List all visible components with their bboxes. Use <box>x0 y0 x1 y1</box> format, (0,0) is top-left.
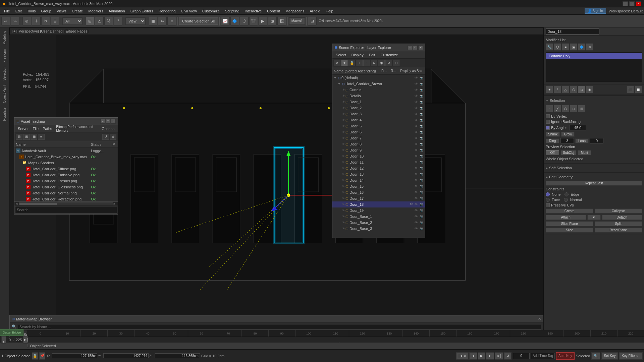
edge-radio[interactable] <box>565 192 569 196</box>
se-row-cam-3[interactable]: 📷 <box>419 94 424 98</box>
none-radio[interactable] <box>546 192 550 196</box>
split-btn[interactable]: Split <box>595 221 642 226</box>
at-restore-btn[interactable]: □ <box>106 119 110 124</box>
se-row-cam-14[interactable]: 📷 <box>419 160 424 165</box>
se-row-cam-5[interactable]: 📷 <box>419 106 424 110</box>
se-row-eye2-6[interactable]: 👁 <box>414 112 418 116</box>
minimize-btn[interactable]: – <box>623 1 628 6</box>
macro1-btn[interactable]: Macro1 <box>289 17 305 25</box>
se-row-7[interactable]: 👁⬡Door_4👁📷 <box>332 117 425 123</box>
soft-selection-label[interactable]: Soft Selection <box>549 166 572 170</box>
at-row-8[interactable]: PHotel_Corridor_Refraction.pngOk <box>14 196 118 201</box>
se-row-eye2-2[interactable]: 👁 <box>414 87 418 92</box>
se-row-eye2-12[interactable]: 👁 <box>414 148 418 153</box>
menu-scripting[interactable]: Scripting <box>222 8 242 14</box>
at-row-7[interactable]: PHotel_Corridor_Normal.pngOk <box>14 190 118 196</box>
se-row-eye2-16[interactable]: 👁 <box>414 172 418 177</box>
se-row-3[interactable]: 👁⬡Details👁📷 <box>332 93 425 99</box>
mod-tool-8[interactable]: 🔲 <box>635 86 642 93</box>
se-row-eye2-1[interactable]: 👁 <box>414 81 418 86</box>
at-menu-server[interactable]: Server <box>16 126 31 131</box>
border-icon[interactable]: ⬡ <box>562 105 569 112</box>
sign-in-button[interactable]: 👤 Sign In <box>585 8 606 14</box>
at-scrollbar-track[interactable] <box>19 202 113 205</box>
mod-icon-4[interactable]: ▣ <box>570 43 577 51</box>
menu-modifiers[interactable]: Modifiers <box>86 8 106 14</box>
prev-key-btn[interactable]: ◄ <box>469 352 477 360</box>
collapse-btn[interactable]: Collapse <box>595 208 642 214</box>
angle-snap-btn[interactable]: ∠ <box>95 17 104 25</box>
menu-views[interactable]: Views <box>54 8 69 14</box>
loop-input[interactable] <box>590 138 603 143</box>
se-row-cam-13[interactable]: 📷 <box>419 154 424 159</box>
at-menu-paths[interactable]: Paths <box>41 126 54 131</box>
se-row-eye2-17[interactable]: 👁 <box>414 178 418 183</box>
sidebar-tab-freeform[interactable]: Freeform <box>2 47 7 65</box>
element-icon[interactable]: ⊞ <box>578 105 585 112</box>
render-setup-btn[interactable]: 🎬 <box>249 17 258 25</box>
se-row-eye2-18[interactable]: 👁 <box>414 184 418 189</box>
undo-btn[interactable]: ↩ <box>1 17 10 25</box>
mod-tool-4[interactable]: ⬡ <box>570 86 577 93</box>
subobj-btn[interactable]: SubObj <box>560 150 576 155</box>
se-row-8[interactable]: 👁⬡Door_5👁📷 <box>332 123 425 129</box>
se-close-btn[interactable]: ✕ <box>418 45 423 50</box>
next-frame-btn[interactable]: ►| <box>495 352 504 360</box>
schematic-view-btn[interactable]: 🔷 <box>230 17 239 25</box>
menu-civil-view[interactable]: Civil View <box>178 8 199 14</box>
repeat-last-btn[interactable]: Repeat Last <box>546 181 642 186</box>
se-plus-btn[interactable]: + <box>356 60 363 66</box>
se-row-eye2-11[interactable]: 👁 <box>414 142 418 146</box>
mod-icon-1[interactable]: 🔧 <box>546 43 553 51</box>
se-restore-btn[interactable]: □ <box>413 45 418 50</box>
at-tb4[interactable]: ≡ <box>38 134 45 140</box>
mod-icon-5[interactable]: 🔷 <box>578 43 585 51</box>
mod-tool-3[interactable]: △ <box>562 86 569 93</box>
se-row-eye2-22[interactable]: 👁 <box>414 208 418 213</box>
shrink-btn[interactable]: Shrink <box>546 132 560 137</box>
at-tb2[interactable]: ⊞ <box>23 134 30 140</box>
at-row-1[interactable]: 3Hotel_Corridor_Brown_max_vray.maxOk <box>14 154 118 160</box>
se-view-btn[interactable]: ◉ <box>378 60 385 66</box>
se-row-0[interactable]: ▼⊟0 (default)👁📷 <box>332 75 425 81</box>
se-row-22[interactable]: 👁⬡Door_19👁📷 <box>332 207 425 214</box>
se-row-cam-16[interactable]: 📷 <box>419 172 424 177</box>
se-row-eye2-23[interactable]: 👁 <box>414 214 418 219</box>
se-row-cam-10[interactable]: 📷 <box>419 136 424 140</box>
se-filter-btn[interactable]: ▼ <box>341 60 348 66</box>
create-btn[interactable]: Create <box>546 208 593 214</box>
at-menu-bitmap[interactable]: Bitmap Performance and Memory <box>54 124 100 133</box>
active-shade-btn[interactable]: ◑ <box>268 17 277 25</box>
mb-search-input[interactable] <box>18 324 541 329</box>
reset-plane-btn[interactable]: ResetPlane <box>595 228 642 233</box>
se-row-cam-18[interactable]: 📷 <box>419 184 424 189</box>
at-row-4[interactable]: PHotel_Corridor_Emissive.pngOk <box>14 172 118 178</box>
restore-btn[interactable]: □ <box>629 1 635 6</box>
se-row-10[interactable]: 👁⬡Door_7👁📷 <box>332 135 425 141</box>
se-row-cam-7[interactable]: 📷 <box>419 118 424 122</box>
sidebar-tab-modeling[interactable]: Modeling <box>2 29 7 47</box>
multi-btn[interactable]: Multi <box>578 150 591 155</box>
timeline-ruler[interactable]: 0102030405060708090100110120130140150160… <box>27 330 644 337</box>
at-tb3[interactable]: ▦ <box>31 134 37 140</box>
se-row-11[interactable]: 👁⬡Door_8👁📷 <box>332 141 425 147</box>
se-row-eye2-5[interactable]: 👁 <box>414 106 418 110</box>
se-minimize-btn[interactable]: – <box>408 45 412 50</box>
create-selection-set-btn[interactable]: Create Selection Se <box>179 17 218 25</box>
se-row-23[interactable]: 👁⬡Door_Base_1👁📷 <box>332 214 425 220</box>
by-angle-input[interactable] <box>569 125 586 130</box>
ring-input[interactable] <box>560 138 574 143</box>
status-lock-btn[interactable]: 🔒 <box>32 352 38 360</box>
material-editor-btn[interactable]: ⬡ <box>240 17 249 25</box>
render-btn[interactable]: ▶ <box>259 17 267 25</box>
curve-editor-btn[interactable]: 📈 <box>221 17 230 25</box>
attach-list-btn[interactable]: ▼ <box>587 215 601 220</box>
at-search-input[interactable] <box>17 208 115 212</box>
menu-group[interactable]: Group <box>38 8 54 14</box>
se-row-15[interactable]: 👁⬡Door_12👁📷 <box>332 165 425 171</box>
se-row-eye2-21[interactable]: 👁 <box>414 202 418 207</box>
se-row-eye2-20[interactable]: 👁 <box>414 196 418 201</box>
normal-radio[interactable] <box>564 198 568 202</box>
at-options2-btn[interactable]: ⊕ <box>110 134 116 140</box>
at-menu-options[interactable]: Options <box>100 126 116 131</box>
